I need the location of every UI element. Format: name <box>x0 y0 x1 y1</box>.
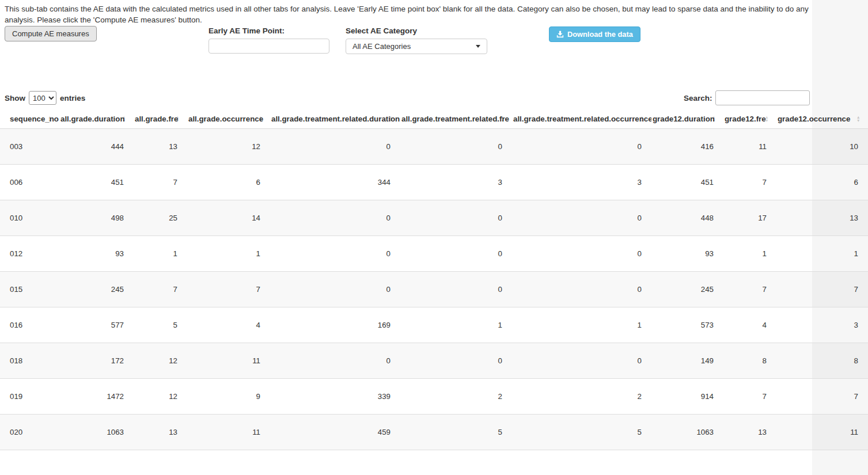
table-cell: 7 <box>134 272 187 307</box>
column-header-all.grade.treatment.related.occurrence[interactable]: all.grade.treatment.related.occurrence▲▼ <box>512 109 651 129</box>
column-header-all.grade.treatment.related.fre[interactable]: all.grade.treatment.related.fre▲▼ <box>400 109 512 129</box>
table-cell: 5 <box>400 415 512 450</box>
table-cell: 17 <box>723 200 776 236</box>
subtab-description: This sub-tab contains the AE data with t… <box>5 3 810 25</box>
sort-arrows-icon: ▲▼ <box>176 115 180 123</box>
table-cell: 339 <box>270 379 400 415</box>
download-data-button[interactable]: Download the data <box>549 26 640 42</box>
table-row-015[interactable]: 0152457700024577 <box>0 272 868 307</box>
table-cell: 006 <box>0 165 59 200</box>
table-cell: 93 <box>651 236 723 272</box>
page-length-select[interactable]: 100 <box>29 91 56 105</box>
entries-label: entries <box>60 94 85 102</box>
table-cell: 451 <box>651 165 723 200</box>
table-cell: 577 <box>59 307 134 343</box>
sort-arrows-icon: ▲▼ <box>501 115 505 123</box>
table-row-010[interactable]: 01049825140004481713 <box>0 200 868 236</box>
table-search-control: Search: <box>684 90 810 105</box>
table-cell: 25 <box>134 200 187 236</box>
table-cell: 10 <box>776 129 868 165</box>
table-cell: 451 <box>59 165 134 200</box>
table-cell: 444 <box>59 129 134 165</box>
sort-arrows-icon: ▲▼ <box>856 115 861 123</box>
table-row-006[interactable]: 006451763443345176 <box>0 165 868 200</box>
sort-arrows-icon: ▲▼ <box>712 115 716 123</box>
table-cell: 0 <box>400 129 512 165</box>
table-cell: 169 <box>270 307 400 343</box>
early-ae-time-point-label: Early AE Time Point: <box>209 26 285 35</box>
table-cell: 7 <box>723 272 776 307</box>
early-ae-time-point-input[interactable] <box>209 39 329 54</box>
sort-arrows-icon: ▲▼ <box>765 115 769 123</box>
table-cell: 1 <box>512 307 651 343</box>
table-cell: 6 <box>776 165 868 200</box>
table-cell: 5 <box>512 415 651 450</box>
table-cell: 012 <box>0 236 59 272</box>
ae-measures-table: sequence_no▲▼all.grade.duration▲▼all.gra… <box>0 109 868 450</box>
table-cell: 3 <box>512 165 651 200</box>
table-cell: 13 <box>134 129 187 165</box>
table-cell: 1 <box>723 236 776 272</box>
table-cell: 0 <box>270 200 400 236</box>
ae-category-select[interactable]: All AE Categories <box>346 39 487 54</box>
table-cell: 0 <box>270 236 400 272</box>
table-cell: 0 <box>400 343 512 379</box>
table-cell: 0 <box>400 272 512 307</box>
table-cell: 0 <box>400 200 512 236</box>
table-cell: 003 <box>0 129 59 165</box>
sort-arrows-icon: ▲▼ <box>259 115 263 123</box>
compute-ae-measures-button[interactable]: Compute AE measures <box>5 26 97 41</box>
table-cell: 13 <box>723 415 776 450</box>
sort-arrows-icon: ▲▼ <box>389 115 393 123</box>
table-cell: 1 <box>134 236 187 272</box>
table-row-003[interactable]: 00344413120004161110 <box>0 129 868 165</box>
table-cell: 0 <box>512 236 651 272</box>
table-cell: 0 <box>270 129 400 165</box>
table-cell: 8 <box>776 343 868 379</box>
table-cell: 5 <box>134 307 187 343</box>
table-row-016[interactable]: 016577541691157343 <box>0 307 868 343</box>
show-label: Show <box>5 94 25 102</box>
table-cell: 914 <box>651 379 723 415</box>
table-cell: 016 <box>0 307 59 343</box>
column-header-all.grade.treatment.related.duration[interactable]: all.grade.treatment.related.duration▲▼ <box>270 109 400 129</box>
table-cell: 344 <box>270 165 400 200</box>
search-label: Search: <box>684 94 712 102</box>
table-cell: 149 <box>651 343 723 379</box>
table-cell: 11 <box>776 415 868 450</box>
table-cell: 8 <box>723 343 776 379</box>
table-cell: 7 <box>776 379 868 415</box>
column-header-all.grade.fre[interactable]: all.grade.fre▲▼ <box>134 109 187 129</box>
table-row-019[interactable]: 01914721293392291477 <box>0 379 868 415</box>
column-header-grade12.duration[interactable]: grade12.duration▲▼ <box>651 109 723 129</box>
table-cell: 12 <box>187 129 270 165</box>
search-input[interactable] <box>715 90 810 105</box>
table-cell: 11 <box>187 415 270 450</box>
download-icon <box>556 31 564 38</box>
table-cell: 7 <box>723 379 776 415</box>
table-cell: 1 <box>187 236 270 272</box>
table-cell: 459 <box>270 415 400 450</box>
column-header-grade12.occurrence[interactable]: grade12.occurrence▲▼ <box>776 109 868 129</box>
column-header-sequence_no[interactable]: sequence_no▲▼ <box>0 109 59 129</box>
column-header-grade12.fre[interactable]: grade12.fre▲▼ <box>723 109 776 129</box>
table-cell: 1 <box>776 236 868 272</box>
sort-arrows-icon: ▲▼ <box>640 115 644 123</box>
table-row-020[interactable]: 020106313114595510631311 <box>0 415 868 450</box>
table-cell: 573 <box>651 307 723 343</box>
table-cell: 93 <box>59 236 134 272</box>
table-cell: 1472 <box>59 379 134 415</box>
ae-data-subtab: This sub-tab contains the AE data with t… <box>0 0 868 475</box>
table-cell: 13 <box>776 200 868 236</box>
column-header-all.grade.occurrence[interactable]: all.grade.occurrence▲▼ <box>187 109 270 129</box>
table-cell: 3 <box>776 307 868 343</box>
table-cell: 11 <box>187 343 270 379</box>
table-cell: 7 <box>776 272 868 307</box>
table-cell: 448 <box>651 200 723 236</box>
column-header-all.grade.duration[interactable]: all.grade.duration▲▼ <box>59 109 134 129</box>
table-row-012[interactable]: 01293110009311 <box>0 236 868 272</box>
table-cell: 020 <box>0 415 59 450</box>
table-row-018[interactable]: 018172121100014988 <box>0 343 868 379</box>
ae-category-selected-value: All AE Categories <box>352 42 411 51</box>
table-cell: 2 <box>512 379 651 415</box>
